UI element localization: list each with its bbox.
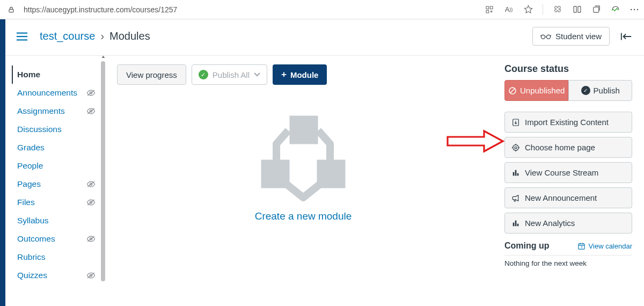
coming-up-heading: Coming up bbox=[504, 241, 550, 251]
nav-item-label: Grades bbox=[17, 143, 45, 152]
publish-label: Publish bbox=[594, 86, 620, 95]
nav-item-label: Pages bbox=[17, 179, 41, 189]
nav-item-label: Discussions bbox=[17, 125, 62, 134]
svg-rect-37 bbox=[513, 172, 515, 176]
choose-home-label: Choose home page bbox=[525, 143, 595, 152]
new-announcement-label: New Announcement bbox=[525, 193, 597, 202]
lock-icon bbox=[4, 6, 18, 13]
svg-point-32 bbox=[515, 147, 517, 149]
favorite-icon[interactable] bbox=[523, 5, 533, 14]
nav-item-rubrics[interactable]: Rubrics bbox=[12, 248, 99, 266]
svg-rect-3 bbox=[486, 10, 489, 13]
nav-item-syllabus[interactable]: Syllabus bbox=[12, 212, 99, 230]
svg-line-29 bbox=[510, 89, 515, 93]
new-analytics-label: New Analytics bbox=[525, 218, 575, 228]
nav-item-quizzes[interactable]: Quizzes bbox=[12, 266, 99, 285]
hidden-eye-icon bbox=[86, 235, 96, 243]
course-stream-label: View Course Stream bbox=[525, 168, 598, 177]
create-module-link[interactable]: Create a new module bbox=[255, 210, 352, 222]
svg-rect-26 bbox=[261, 160, 289, 188]
view-progress-button[interactable]: View progress bbox=[117, 64, 186, 85]
extensions-icon[interactable] bbox=[553, 5, 562, 14]
svg-rect-6 bbox=[593, 7, 598, 12]
unpublished-button[interactable]: Unpublished bbox=[504, 80, 568, 101]
divider bbox=[543, 4, 543, 15]
performance-icon[interactable] bbox=[611, 5, 620, 14]
add-module-button[interactable]: + Module bbox=[273, 64, 327, 85]
breadcrumb-course-link[interactable]: test_course bbox=[40, 30, 95, 42]
nav-item-assignments[interactable]: Assignments bbox=[12, 102, 99, 120]
student-view-button[interactable]: Student view bbox=[532, 27, 610, 46]
svg-rect-25 bbox=[290, 116, 318, 144]
hidden-eye-icon bbox=[86, 272, 96, 279]
svg-rect-42 bbox=[517, 223, 519, 226]
course-navigation: ▲ HomeAnnouncementsAssignmentsDiscussion… bbox=[5, 56, 101, 306]
choose-home-button[interactable]: Choose home page bbox=[504, 137, 632, 158]
svg-rect-41 bbox=[515, 220, 517, 226]
plus-icon: + bbox=[281, 69, 287, 80]
check-circle-icon: ✓ bbox=[199, 70, 208, 79]
nav-item-label: Assignments bbox=[17, 106, 65, 116]
svg-rect-0 bbox=[9, 9, 13, 12]
main-content: View progress ✓ Publish All + Module bbox=[101, 56, 500, 306]
import-icon bbox=[511, 118, 520, 127]
check-circle-dark-icon: ✓ bbox=[581, 86, 590, 95]
course-stream-button[interactable]: View Course Stream bbox=[504, 162, 632, 183]
url-text[interactable]: https://aucegypt.instructure.com/courses… bbox=[24, 5, 479, 14]
svg-point-11 bbox=[547, 35, 551, 39]
view-calendar-link[interactable]: 3 View calendar bbox=[577, 242, 632, 250]
svg-rect-5 bbox=[577, 6, 580, 12]
new-announcement-button[interactable]: New Announcement bbox=[504, 187, 632, 208]
coming-up-empty-text: Nothing for the next week bbox=[504, 255, 632, 267]
import-content-label: Import Existing Content bbox=[525, 118, 609, 127]
view-calendar-label: View calendar bbox=[589, 242, 632, 250]
glasses-icon bbox=[540, 33, 551, 40]
megaphone-icon bbox=[511, 194, 520, 202]
breadcrumb-current: Modules bbox=[109, 30, 150, 42]
course-status-heading: Course status bbox=[504, 63, 632, 75]
new-analytics-button[interactable]: New Analytics bbox=[504, 213, 632, 234]
more-icon[interactable]: ··· bbox=[630, 5, 640, 14]
global-nav-rail bbox=[0, 19, 5, 306]
svg-rect-1 bbox=[486, 6, 489, 9]
collections-icon[interactable] bbox=[591, 5, 601, 14]
hidden-eye-icon bbox=[86, 89, 96, 97]
page-header: test_course › Modules Student view bbox=[5, 19, 644, 56]
hidden-eye-icon bbox=[86, 107, 96, 115]
import-content-button[interactable]: Import Existing Content bbox=[504, 112, 632, 133]
nav-item-pages[interactable]: Pages bbox=[12, 175, 99, 193]
split-screen-icon[interactable] bbox=[572, 5, 582, 14]
scrollbar[interactable] bbox=[101, 61, 105, 281]
nav-item-label: Home bbox=[17, 70, 40, 79]
hidden-eye-icon bbox=[86, 180, 96, 188]
nav-item-grades[interactable]: Grades bbox=[12, 139, 99, 157]
nav-item-people[interactable]: People bbox=[12, 157, 99, 175]
publish-all-button[interactable]: ✓ Publish All bbox=[192, 64, 267, 85]
browser-address-bar: https://aucegypt.instructure.com/courses… bbox=[0, 0, 644, 19]
svg-rect-40 bbox=[513, 222, 515, 226]
hamburger-menu-button[interactable] bbox=[13, 29, 31, 44]
nav-item-label: Quizzes bbox=[17, 271, 47, 280]
nav-item-announcements[interactable]: Announcements bbox=[12, 84, 99, 102]
target-icon bbox=[511, 143, 520, 152]
course-status-toggle: Unpublished ✓ Publish bbox=[504, 80, 632, 101]
svg-point-10 bbox=[541, 35, 545, 39]
svg-text:3: 3 bbox=[581, 245, 582, 249]
svg-rect-2 bbox=[490, 6, 493, 9]
hidden-eye-icon bbox=[86, 199, 96, 206]
svg-rect-38 bbox=[515, 170, 517, 176]
breadcrumb: test_course › Modules bbox=[40, 30, 150, 42]
nav-item-label: Rubrics bbox=[17, 252, 46, 262]
nav-item-discussions[interactable]: Discussions bbox=[12, 120, 99, 139]
breadcrumb-separator: › bbox=[100, 30, 104, 42]
collapse-sidebar-icon[interactable] bbox=[620, 32, 632, 41]
nav-item-outcomes[interactable]: Outcomes bbox=[12, 230, 99, 248]
publish-button[interactable]: ✓ Publish bbox=[568, 80, 632, 101]
calendar-icon: 3 bbox=[577, 242, 586, 250]
read-aloud-icon[interactable]: A)) bbox=[504, 5, 514, 14]
student-view-label: Student view bbox=[555, 32, 602, 41]
nav-item-files[interactable]: Files bbox=[12, 193, 99, 212]
nav-item-home[interactable]: Home bbox=[12, 65, 99, 84]
analytics-icon bbox=[511, 219, 520, 228]
apps-icon[interactable] bbox=[485, 5, 494, 14]
